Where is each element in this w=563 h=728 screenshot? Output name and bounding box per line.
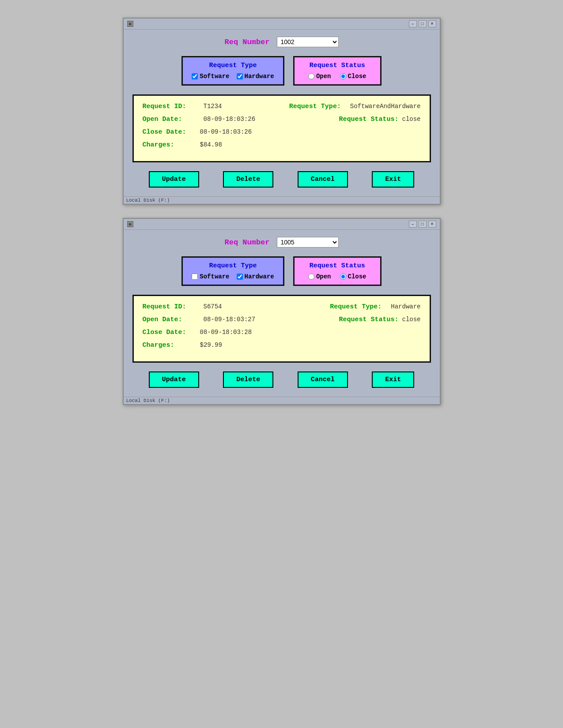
open-radio-1[interactable]: [308, 73, 314, 79]
title-bar-controls-2[interactable]: – □ ×: [409, 221, 436, 228]
open-date-value-1: 08-09-18:03:26: [204, 116, 256, 123]
exit-button-2[interactable]: Exit: [372, 372, 414, 388]
charges-value-2: $29.99: [200, 341, 222, 349]
checkbox-row-2: Software Hardware: [192, 273, 274, 280]
info-box-1: Request ID: T1234 Request Type: Software…: [132, 94, 431, 162]
hardware-checkbox-label-2[interactable]: Hardware: [237, 273, 274, 280]
button-row-1: Update Delete Cancel Exit: [132, 171, 431, 188]
software-checkbox-label-2[interactable]: Software: [192, 273, 229, 280]
request-id-label-2: Request ID:: [143, 303, 200, 311]
radio-row-1: Open Close: [303, 73, 371, 80]
maximize-button-2[interactable]: □: [419, 221, 427, 228]
close-date-label-2: Close Date:: [143, 329, 200, 336]
cancel-button-2[interactable]: Cancel: [298, 372, 348, 388]
close-date-value-1: 08-09-18:03:26: [200, 128, 252, 135]
open-radio-2[interactable]: [308, 274, 314, 280]
close-label-1: Close: [348, 73, 367, 80]
info-half-id-1: Request ID: T1234: [143, 103, 222, 110]
close-button-1[interactable]: ×: [428, 20, 436, 27]
open-label-2: Open: [316, 273, 331, 280]
minimize-button-2[interactable]: –: [409, 221, 417, 228]
charges-label-1: Charges:: [143, 141, 200, 149]
request-type-info-label-1: Request Type:: [289, 103, 347, 110]
info-row-charges-2: Charges: $29.99: [143, 341, 421, 349]
request-type-info-value-1: SoftwareAndHardware: [350, 103, 421, 110]
request-status-info-value-1: close: [402, 116, 420, 123]
hardware-checkbox-2[interactable]: [237, 274, 243, 280]
type-status-row-2: Request Type Software Hardware Request S…: [132, 256, 431, 286]
hardware-label-1: Hardware: [245, 73, 274, 80]
close-radio-1[interactable]: [340, 73, 346, 79]
request-id-label-1: Request ID:: [143, 103, 200, 110]
checkbox-row-1: Software Hardware: [192, 73, 274, 80]
req-number-row-2: Req Number 1002 1003 1004 1005: [132, 237, 431, 248]
window-2: ⊞ – □ × Req Number 1002 1003 1004 1005 R…: [123, 218, 441, 405]
hardware-checkbox-label-1[interactable]: Hardware: [237, 73, 274, 80]
status-bar-2: Local Disk (F:): [124, 397, 440, 404]
close-radio-2[interactable]: [340, 274, 346, 280]
software-label-2: Software: [200, 273, 229, 280]
delete-button-1[interactable]: Delete: [223, 171, 273, 188]
info-half-type-2: Request Type: Hardware: [330, 303, 420, 311]
info-half-id-2: Request ID: S6754: [143, 303, 222, 311]
close-date-label-1: Close Date:: [143, 128, 200, 136]
cancel-button-1[interactable]: Cancel: [298, 171, 348, 188]
request-status-box-2: Request Status Open Close: [293, 256, 382, 286]
info-row-close-1: Close Date: 08-09-18:03:26: [143, 128, 421, 136]
type-status-row-1: Request Type Software Hardware Request S…: [132, 56, 431, 86]
info-row-close-2: Close Date: 08-09-18:03:28: [143, 329, 421, 336]
info-row-id-type-1: Request ID: T1234 Request Type: Software…: [143, 103, 421, 110]
software-checkbox-2[interactable]: [192, 274, 198, 280]
window-body-2: Req Number 1002 1003 1004 1005 Request T…: [124, 230, 440, 397]
maximize-button-1[interactable]: □: [419, 20, 427, 27]
window-body-1: Req Number 1002 1003 1004 1005 Request T…: [124, 30, 440, 196]
request-id-value-2: S6754: [204, 303, 222, 310]
info-half-status-1: Request Status: close: [339, 116, 420, 123]
info-half-type-1: Request Type: SoftwareAndHardware: [289, 103, 421, 110]
button-row-2: Update Delete Cancel Exit: [132, 372, 431, 388]
info-half-status-2: Request Status: close: [339, 316, 420, 323]
update-button-1[interactable]: Update: [149, 171, 199, 188]
charges-value-1: $84.98: [200, 141, 222, 148]
app-icon-1: ⊞: [127, 21, 133, 27]
request-status-title-2: Request Status: [303, 262, 371, 270]
request-status-info-value-2: close: [402, 316, 420, 323]
request-type-box-2: Request Type Software Hardware: [181, 256, 284, 286]
req-number-row-1: Req Number 1002 1003 1004 1005: [132, 37, 431, 47]
software-checkbox-1[interactable]: [192, 73, 198, 79]
radio-row-2: Open Close: [303, 273, 371, 280]
open-date-label-2: Open Date:: [143, 316, 200, 323]
title-bar-1: ⊞ – □ ×: [124, 19, 440, 30]
software-checkbox-label-1[interactable]: Software: [192, 73, 229, 80]
close-radio-label-2[interactable]: Close: [340, 273, 367, 280]
open-radio-label-1[interactable]: Open: [308, 73, 331, 80]
req-number-select-1[interactable]: 1002 1003 1004 1005: [277, 37, 339, 47]
info-box-2: Request ID: S6754 Request Type: Hardware…: [132, 295, 431, 363]
close-button-2[interactable]: ×: [428, 221, 436, 228]
software-label-1: Software: [200, 73, 229, 80]
delete-button-2[interactable]: Delete: [223, 372, 273, 388]
update-button-2[interactable]: Update: [149, 372, 199, 388]
status-bar-1: Local Disk (F:): [124, 196, 440, 204]
close-radio-label-1[interactable]: Close: [340, 73, 367, 80]
req-number-label-2: Req Number: [224, 238, 269, 247]
title-bar-left-2: ⊞: [127, 221, 133, 227]
title-bar-left-1: ⊞: [127, 21, 133, 27]
request-type-info-label-2: Request Type:: [330, 303, 387, 311]
window-1: ⊞ – □ × Req Number 1002 1003 1004 1005 R…: [123, 18, 441, 205]
request-status-info-label-1: Request Status:: [339, 116, 398, 123]
req-number-select-2[interactable]: 1002 1003 1004 1005: [277, 237, 339, 248]
request-type-info-value-2: Hardware: [391, 303, 420, 310]
close-label-2: Close: [348, 273, 367, 280]
info-row-open-status-2: Open Date: 08-09-18:03:27 Request Status…: [143, 316, 421, 323]
hardware-checkbox-1[interactable]: [237, 73, 243, 79]
title-bar-controls-1[interactable]: – □ ×: [409, 20, 436, 27]
exit-button-1[interactable]: Exit: [372, 171, 414, 188]
open-date-value-2: 08-09-18:03:27: [204, 316, 256, 323]
info-half-open-2: Open Date: 08-09-18:03:27: [143, 316, 256, 323]
open-radio-label-2[interactable]: Open: [308, 273, 331, 280]
minimize-button-1[interactable]: –: [409, 20, 417, 27]
request-status-title-1: Request Status: [303, 62, 371, 69]
hardware-label-2: Hardware: [245, 273, 274, 280]
app-icon-2: ⊞: [127, 221, 133, 227]
